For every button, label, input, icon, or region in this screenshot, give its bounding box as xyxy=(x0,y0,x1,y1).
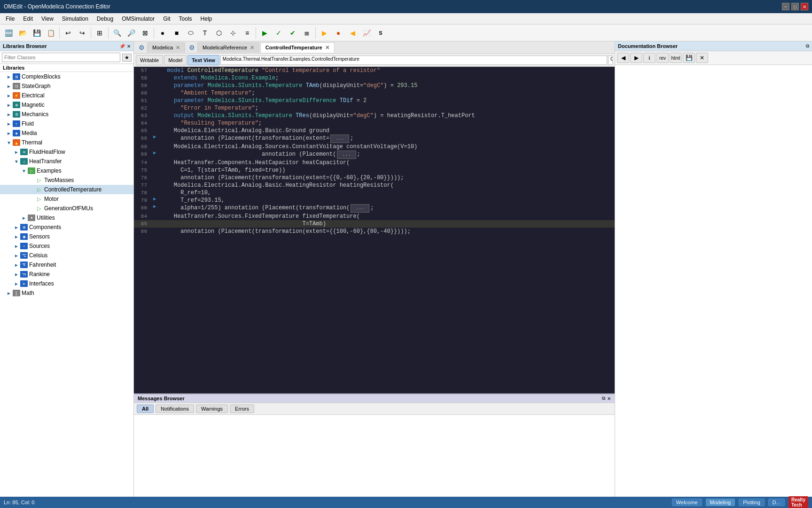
expand-sources[interactable]: ► xyxy=(13,244,20,249)
omc-button[interactable]: S xyxy=(374,26,387,40)
messages-detach-button[interactable]: ⧉ xyxy=(602,396,605,401)
tree-item-thermal[interactable]: ▼ 🔥 Thermal xyxy=(0,138,133,147)
tab-all[interactable]: All xyxy=(137,405,154,413)
menu-omsimulator[interactable]: OMSimulator xyxy=(118,15,158,23)
model-button[interactable]: Model xyxy=(164,55,187,65)
tab-controlled-close[interactable]: ✕ xyxy=(325,45,329,51)
doc-save-button[interactable]: 💾 xyxy=(683,53,695,63)
shape-circle-button[interactable]: ● xyxy=(156,26,169,40)
maximize-button[interactable]: □ xyxy=(791,3,799,10)
line-marker-69[interactable]: ► xyxy=(151,151,158,156)
tree-item-fluidheatflow[interactable]: ► ≋ FluidHeatFlow xyxy=(0,147,133,157)
text-button[interactable]: T xyxy=(198,26,211,40)
grid-button[interactable]: ⊞ xyxy=(93,26,106,40)
expand-fluid[interactable]: ► xyxy=(6,121,12,127)
menu-debug[interactable]: Debug xyxy=(93,15,117,23)
expand-complexblocks[interactable]: ► xyxy=(6,74,12,79)
collapse-80[interactable]: ... xyxy=(351,204,369,213)
tree-item-fahrenheit[interactable]: ► ℉ Fahrenheit xyxy=(0,260,133,270)
expand-thermal[interactable]: ▼ xyxy=(6,140,12,145)
sidebar-pin-button[interactable]: 📌 xyxy=(119,44,125,49)
expand-interfaces[interactable]: ► xyxy=(13,281,20,286)
expand-fluidheatflow[interactable]: ► xyxy=(13,150,20,155)
doc-html-button[interactable]: html xyxy=(670,53,682,63)
menu-file[interactable]: File xyxy=(2,15,18,23)
tree-item-sources[interactable]: ► + Sources xyxy=(0,241,133,251)
zoom-in-button[interactable]: 🔍 xyxy=(110,26,124,40)
tree-item-media[interactable]: ► ◈ Media xyxy=(0,128,133,138)
filter-toggle-button[interactable]: ★ xyxy=(122,54,132,62)
expand-stategraph[interactable]: ► xyxy=(6,84,12,89)
tree-item-generationoffmus[interactable]: ▷ GenerationOfFMUs xyxy=(0,204,133,213)
doc-info-button[interactable]: i xyxy=(643,53,656,63)
tree-item-fluid[interactable]: ► ≈ Fluid xyxy=(0,119,133,128)
welcome-button[interactable]: Welcome xyxy=(672,499,702,506)
tree-item-mechanics[interactable]: ► ⚙ Mechanics xyxy=(0,110,133,119)
check2-button[interactable]: ✔ xyxy=(286,26,299,40)
doc-detach-button[interactable]: ⧉ xyxy=(806,43,809,49)
tab-controlled[interactable]: ControlledTemperature ✕ xyxy=(260,42,335,53)
shape-oval-button[interactable]: ⬭ xyxy=(184,26,197,40)
line-button[interactable]: ≡ xyxy=(241,26,254,40)
plot-button[interactable]: 📈 xyxy=(360,26,373,40)
program-files-path[interactable]: C:/Program Files... xyxy=(608,56,613,65)
line-marker-66[interactable]: ► xyxy=(151,135,158,140)
collapse-66[interactable]: ... xyxy=(330,135,349,143)
collapse-69[interactable]: ... xyxy=(337,151,356,159)
expand-utilities[interactable]: ► xyxy=(21,215,27,221)
textview-button[interactable]: Text View xyxy=(187,55,219,65)
tree-item-controlledtemperature[interactable]: ▷ ControlledTemperature xyxy=(0,185,133,194)
doc-close-button[interactable]: ✕ xyxy=(696,53,708,63)
expand-fahrenheit[interactable]: ► xyxy=(13,262,20,268)
tree-item-celsius[interactable]: ► ℃ Celsius xyxy=(0,251,133,260)
check-button[interactable]: ✓ xyxy=(272,26,285,40)
expand-mechanics[interactable]: ► xyxy=(6,112,12,117)
expand-media[interactable]: ► xyxy=(6,131,12,136)
messages-close-button[interactable]: ✕ xyxy=(607,396,611,401)
debug-button[interactable]: ● xyxy=(332,26,345,40)
expand-rankine[interactable]: ► xyxy=(13,272,20,277)
redo-button[interactable]: ↪ xyxy=(76,26,89,40)
tree-item-stategraph[interactable]: ► ⊡ StateGraph xyxy=(0,81,133,91)
expand-magnetic[interactable]: ► xyxy=(6,103,12,108)
new-button[interactable]: 🆕 xyxy=(2,26,15,40)
code-editor[interactable]: 57 model ControlledTemperature "Control … xyxy=(134,67,615,393)
doc-rev-button[interactable]: rev xyxy=(656,53,669,63)
fmu-button[interactable]: ▶ xyxy=(318,26,331,40)
tree-item-twomasses[interactable]: ▷ TwoMasses xyxy=(0,175,133,185)
sidebar-close-button[interactable]: ✕ xyxy=(127,44,131,49)
save-button[interactable]: 💾 xyxy=(30,26,43,40)
tree-item-motor[interactable]: ▷ Motor xyxy=(0,194,133,204)
menu-tools[interactable]: Tools xyxy=(175,15,196,23)
connector-button[interactable]: ⊹ xyxy=(226,26,240,40)
tree-item-utilities[interactable]: ► ✦ Utilities xyxy=(0,213,133,222)
filter-input[interactable] xyxy=(2,53,120,62)
tab-errors[interactable]: Errors xyxy=(230,405,254,413)
menu-simulation[interactable]: Simulation xyxy=(58,15,92,23)
tree-item-magnetic[interactable]: ► ⊕ Magnetic xyxy=(0,100,133,110)
tree-item-electrical[interactable]: ► ⚡ Electrical xyxy=(0,91,133,100)
tab-warnings[interactable]: Warnings xyxy=(196,405,228,413)
expand-sensors[interactable]: ► xyxy=(13,234,20,239)
tree-item-rankine[interactable]: ► °R Rankine xyxy=(0,270,133,279)
writable-button[interactable]: Writable xyxy=(136,55,163,65)
sim-settings-button[interactable]: ≣ xyxy=(300,26,313,40)
expand-examples[interactable]: ▼ xyxy=(21,168,27,174)
tree-item-components[interactable]: ► ⊞ Components xyxy=(0,222,133,232)
open-button[interactable]: 📂 xyxy=(16,26,29,40)
tree-item-math[interactable]: ► ∑ Math xyxy=(0,288,133,298)
shape-rect-button[interactable]: ■ xyxy=(170,26,183,40)
shape-hex-button[interactable]: ⬡ xyxy=(212,26,226,40)
menu-edit[interactable]: Edit xyxy=(19,15,37,23)
menu-git[interactable]: Git xyxy=(159,15,174,23)
tab-modelicareference[interactable]: ModelicaReference ✕ xyxy=(197,42,259,53)
tree-item-interfaces[interactable]: ► ⊳ Interfaces xyxy=(0,279,133,288)
minimize-button[interactable]: − xyxy=(782,3,789,10)
menu-view[interactable]: View xyxy=(38,15,57,23)
menu-help[interactable]: Help xyxy=(197,15,216,23)
expand-math[interactable]: ► xyxy=(6,291,12,296)
breadcrumb-path[interactable]: Modelica.Thermal.HeatTransfer.Examples.C… xyxy=(220,56,607,65)
close-button[interactable]: ✕ xyxy=(801,3,808,10)
tab-modelicareference-close[interactable]: ✕ xyxy=(250,45,254,51)
expand-components[interactable]: ► xyxy=(13,225,20,230)
